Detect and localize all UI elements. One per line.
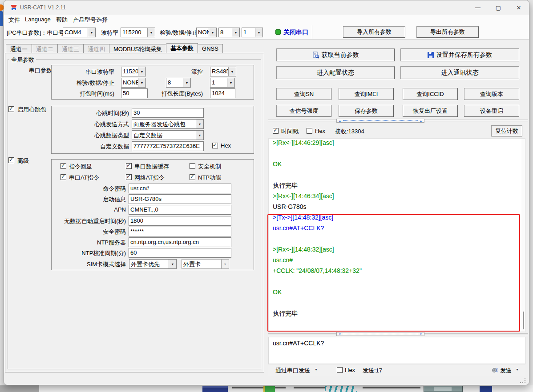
save-params-button[interactable]: 保存参数 <box>339 105 394 117</box>
dropdown-arrow-icon[interactable]: ▼ <box>183 78 190 87</box>
dropdown-arrow-icon[interactable]: ▼ <box>228 67 236 76</box>
maximize-button[interactable]: ▢ <box>488 0 509 15</box>
menu-help[interactable]: 帮助 <box>56 16 68 24</box>
menu-file[interactable]: 文件 <box>8 16 20 24</box>
splitter-arrow-up-icon[interactable]: ▲ <box>420 120 422 122</box>
baud-select[interactable]: 115200 ▼ <box>121 28 155 37</box>
splitter-arrow-up-icon[interactable]: ▲ <box>339 120 341 122</box>
query-imei-button[interactable]: 查询IMEI <box>339 88 394 100</box>
net-at-checkbox[interactable] <box>126 174 132 180</box>
log-scrollbar-thumb[interactable] <box>523 312 524 329</box>
desktop-fragment <box>325 386 357 392</box>
log-line: usr.cn#AT+CCLK? <box>273 224 513 235</box>
hb-type-select[interactable]: 自定义数据 ▼ <box>132 130 204 140</box>
send-options-arrow-icon[interactable]: ▼ <box>516 368 519 371</box>
stopbits-select[interactable]: 1 ▼ <box>242 28 263 37</box>
send-input-text[interactable]: usr.cn#AT+CCLK? <box>273 340 324 347</box>
get-params-button[interactable]: 获取当前参数 <box>276 48 395 61</box>
tab-modbus[interactable]: MODBUS轮询采集 <box>109 44 166 53</box>
minimize-button[interactable]: — <box>468 0 488 15</box>
tab-channel-1[interactable]: 通道一 <box>6 44 32 53</box>
enter-config-button[interactable]: 进入配置状态 <box>276 66 395 79</box>
dropdown-arrow-icon[interactable]: ▼ <box>227 78 234 87</box>
log-line <box>273 299 513 310</box>
serial-databits-select[interactable]: 8 ▼ <box>166 78 191 88</box>
query-sn-button[interactable]: 查询SN <box>276 88 331 100</box>
factory-reset-button[interactable]: 恢复出厂设置 <box>403 105 458 117</box>
flow-select[interactable]: RS485 ▼ <box>210 67 236 76</box>
reset-count-button[interactable]: 复位计数 <box>491 125 522 136</box>
splitter-arrow-down-icon[interactable]: ▼ <box>420 333 422 336</box>
boot-info-input[interactable]: USR-G780s <box>129 194 231 204</box>
splitter-handle[interactable]: ▼ ▼ <box>336 332 424 336</box>
menu-language[interactable]: Language <box>25 16 51 23</box>
send-via-arrow-icon[interactable]: ▼ <box>315 368 318 371</box>
query-iccid-button[interactable]: 查询ICCID <box>403 88 458 100</box>
reboot-button[interactable]: 设备重启 <box>464 105 519 117</box>
send-button[interactable]: 发送 <box>500 367 512 375</box>
dropdown-arrow-icon[interactable]: ▼ <box>169 260 176 268</box>
enter-comm-button[interactable]: 进入通讯状态 <box>400 66 519 79</box>
hb-time-input[interactable]: 30 <box>132 108 204 118</box>
packtime-input[interactable]: 50 <box>121 88 148 98</box>
menu-product-model[interactable]: 产品型号选择 <box>73 16 108 24</box>
close-button[interactable]: ✕ <box>509 0 529 15</box>
dropdown-arrow-icon[interactable]: ▼ <box>147 28 155 37</box>
hb-hex-checkbox[interactable] <box>212 143 218 148</box>
security-checkbox[interactable] <box>190 163 195 169</box>
log-hex-checkbox[interactable] <box>307 128 312 134</box>
com-port-select[interactable]: COM4 ▼ <box>63 28 96 37</box>
ntp-checkbox[interactable] <box>190 174 195 180</box>
log-scrollbar[interactable] <box>521 139 525 332</box>
query-signal-button[interactable]: 查信号强度 <box>276 105 331 117</box>
serial-at-checkbox[interactable] <box>61 174 66 180</box>
dropdown-arrow-icon[interactable]: ▼ <box>196 120 203 128</box>
serial-stopbits-select[interactable]: 1 ▼ <box>210 78 235 88</box>
desktop-fragment <box>363 387 420 388</box>
splitter-arrow-down-icon[interactable]: ▼ <box>339 333 341 336</box>
sim-mode-select[interactable]: 外置卡优先 ▼ <box>129 259 177 269</box>
tab-gnss[interactable]: GNSS <box>198 44 223 53</box>
hb-custom-input[interactable]: 7777772E7573722E636E <box>132 141 204 151</box>
serial-baud-select[interactable]: 115200 ▼ <box>121 67 146 76</box>
set-save-params-button[interactable]: 设置并保存所有参数 <box>400 48 519 61</box>
tab-channel-3: 通道三 <box>58 44 84 53</box>
export-params-button[interactable]: 导出所有参数 <box>416 26 479 38</box>
dropdown-arrow-icon[interactable]: ▼ <box>196 131 203 140</box>
dropdown-arrow-icon[interactable]: ▼ <box>232 28 239 37</box>
parity-select[interactable]: NONE ▼ <box>196 28 217 37</box>
send-via-dropdown[interactable]: 通过串口发送 <box>275 367 310 375</box>
desktop-fragment <box>232 387 286 388</box>
timestamp-checkbox[interactable] <box>273 128 279 134</box>
hb-mode-select[interactable]: 向服务器发送心跳包 ▼ <box>132 119 204 129</box>
dropdown-arrow-icon[interactable]: ▼ <box>88 28 95 37</box>
packlen-input[interactable]: 1024 <box>210 88 235 98</box>
send-hex-checkbox[interactable] <box>337 367 343 373</box>
close-port-button[interactable]: 关闭串口 <box>283 28 308 36</box>
serial-cache-checkbox[interactable] <box>126 163 132 169</box>
security-password-input[interactable]: ****** <box>129 227 231 236</box>
advanced-enable-checkbox[interactable] <box>8 157 14 163</box>
dropdown-arrow-icon: ▼ <box>221 260 229 268</box>
dropdown-arrow-icon[interactable]: ▼ <box>255 28 262 37</box>
heartbeat-enable-checkbox[interactable] <box>8 106 14 112</box>
cmd-echo-checkbox[interactable] <box>61 163 66 169</box>
dropdown-arrow-icon[interactable]: ▼ <box>138 67 145 76</box>
dropdown-arrow-icon[interactable]: ▼ <box>209 28 216 37</box>
databits-select[interactable]: 8 ▼ <box>218 28 240 37</box>
desktop-fragment <box>434 387 452 391</box>
ntp-server-input[interactable]: cn.ntp.org.cn,us.ntp.org.cn <box>129 237 231 247</box>
ntp-period-input[interactable]: 60 <box>129 248 231 258</box>
import-params-button[interactable]: 导入所有参数 <box>343 26 405 38</box>
tab-basic-params[interactable]: 基本参数 <box>166 43 198 53</box>
hb-custom-label: 自定义数据 <box>66 143 129 151</box>
query-version-button[interactable]: 查询版本 <box>464 88 519 100</box>
title-bar[interactable]: USR-CAT1 V1.2.11 — ▢ ✕ <box>4 0 529 15</box>
apn-input[interactable]: CMNET,,,0 <box>129 205 231 215</box>
splitter-handle[interactable]: ▲ ▲ <box>336 119 424 123</box>
resize-grip[interactable] <box>520 378 526 384</box>
dropdown-arrow-icon[interactable]: ▼ <box>138 78 145 87</box>
cmd-password-input[interactable]: usr.cn# <box>129 184 231 193</box>
auto-restart-input[interactable]: 1800 <box>129 216 231 226</box>
serial-parity-select[interactable]: NONE ▼ <box>121 78 146 88</box>
